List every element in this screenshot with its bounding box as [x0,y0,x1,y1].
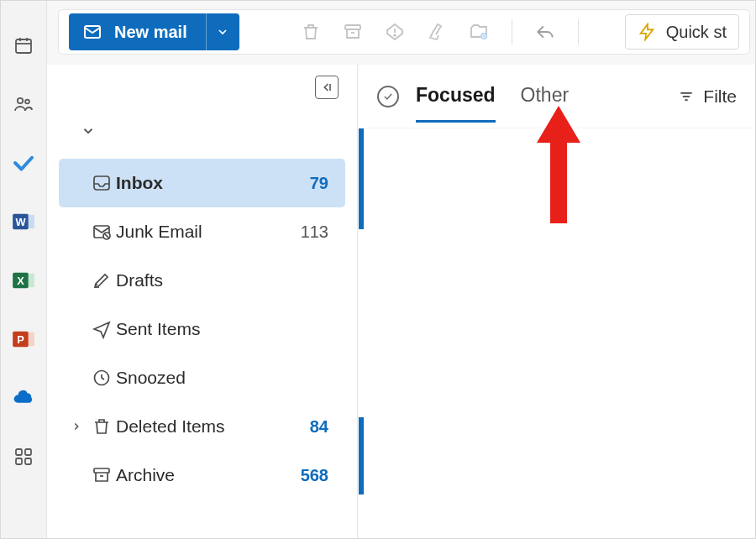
folder-label: Snoozed [116,368,291,388]
svg-rect-27 [94,176,109,190]
svg-rect-20 [345,25,360,29]
apps-icon[interactable] [11,444,36,469]
svg-text:X: X [17,275,24,287]
snoozed-icon [87,368,116,388]
filter-button[interactable]: Filte [678,86,737,107]
unread-indicator [359,128,364,229]
folder-pane-header [47,65,357,110]
deleted-icon [87,416,116,437]
message-list-header: Focused Other Filte [359,65,755,128]
toolbar-separator [512,19,512,44]
folder-label: Deleted Items [116,416,291,437]
svg-text:P: P [17,333,24,346]
junk-icon [87,222,116,242]
folder-deleted[interactable]: Deleted Items84 [59,402,345,451]
svg-rect-0 [16,39,31,53]
folder-label: Junk Email [116,222,291,242]
folder-label: Drafts [116,270,291,290]
move-icon[interactable] [465,18,493,46]
svg-rect-18 [25,458,31,464]
excel-icon[interactable]: X [11,268,36,293]
collapse-pane-button[interactable] [315,76,339,99]
word-icon[interactable]: W [11,209,36,234]
folder-count: 84 [291,417,328,437]
folder-sent[interactable]: Sent Items [59,305,345,353]
folder-label: Sent Items [116,319,291,339]
account-collapse-toggle[interactable] [47,110,357,152]
folder-label: Archive [116,465,291,485]
drafts-icon [87,270,116,290]
expand-toggle[interactable] [66,421,87,432]
delete-icon[interactable] [297,18,325,46]
folder-drafts[interactable]: Drafts [59,256,345,305]
folder-count: 79 [291,174,328,193]
toolbar-separator [578,19,579,44]
inbox-icon [87,173,116,193]
inbox-tabs: Focused Other [416,71,569,123]
svg-rect-34 [94,468,109,473]
svg-point-23 [394,34,396,36]
quick-steps-label: Quick st [666,23,727,42]
svg-rect-11 [29,274,34,287]
folder-label: Inbox [116,173,291,193]
quick-steps-button[interactable]: Quick st [625,14,739,50]
svg-rect-8 [29,215,34,228]
calendar-icon[interactable] [11,33,36,58]
people-icon[interactable] [11,92,36,117]
message-list-pane: Focused Other Filte [359,65,755,538]
folder-archive[interactable]: Archive568 [59,451,345,500]
folder-count: 568 [291,466,328,485]
unread-indicator [359,417,364,495]
reply-icon[interactable] [531,18,559,46]
folder-inbox[interactable]: Inbox79 [59,159,345,207]
new-mail-label: New mail [114,23,187,42]
onedrive-icon[interactable] [11,385,36,411]
tab-other[interactable]: Other [521,71,570,123]
filter-label: Filte [703,86,737,107]
folder-list: Inbox79Junk Email113DraftsSent ItemsSnoo… [47,152,357,500]
svg-point-5 [25,100,29,104]
sweep-icon[interactable] [423,18,451,46]
svg-rect-15 [16,449,22,455]
folder-pane: Inbox79Junk Email113DraftsSent ItemsSnoo… [47,65,358,538]
select-all-toggle[interactable] [377,86,399,107]
archive-icon [87,465,116,485]
svg-rect-17 [16,458,22,464]
new-mail-dropdown[interactable] [206,13,239,50]
svg-rect-16 [25,449,31,455]
new-mail-button[interactable]: New mail [69,13,206,50]
powerpoint-icon[interactable]: P [11,327,36,352]
toolbar: New mail Quick st [58,9,750,55]
svg-marker-25 [640,24,653,39]
svg-text:W: W [15,216,26,228]
report-icon[interactable] [381,18,409,46]
folder-count: 113 [291,222,328,242]
app-rail: W X P [1,1,47,539]
svg-rect-14 [29,332,34,346]
folder-snoozed[interactable]: Snoozed [59,353,345,402]
archive-icon[interactable] [339,18,367,46]
folder-junk[interactable]: Junk Email113 [59,207,345,256]
sent-icon [87,319,116,339]
tab-focused[interactable]: Focused [416,71,496,123]
svg-point-4 [18,98,23,103]
todo-icon[interactable] [11,150,36,175]
new-mail-group: New mail [69,13,239,50]
